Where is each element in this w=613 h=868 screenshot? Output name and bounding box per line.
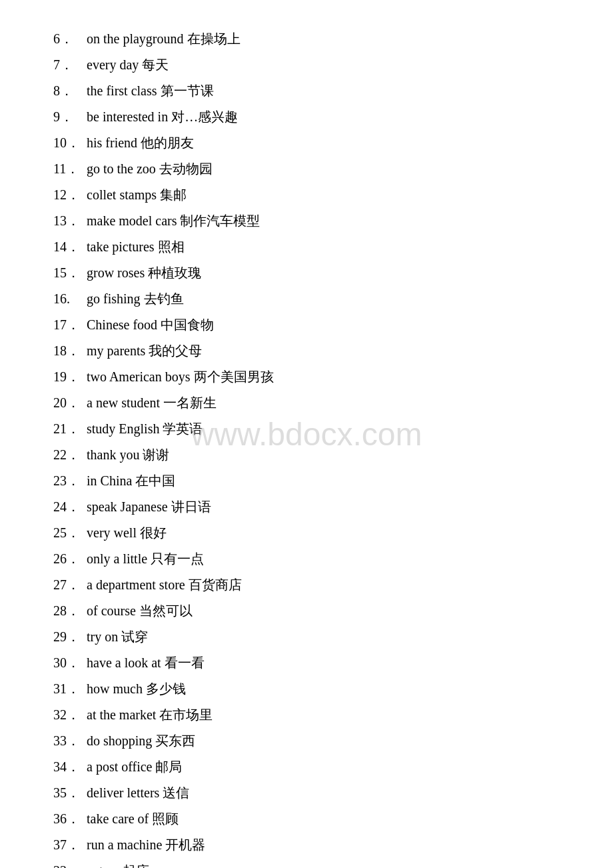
item-text: a department store 百货商店 (87, 573, 573, 597)
list-item: 36．take care of 照顾 (53, 807, 573, 831)
list-item: 21．study English 学英语 (53, 417, 573, 441)
item-text: be interested in 对…感兴趣 (87, 105, 573, 129)
list-item: 22．thank you 谢谢 (53, 443, 573, 467)
item-number: 15． (53, 261, 87, 285)
list-item: 6．on the playground 在操场上 (53, 27, 573, 51)
item-number: 29． (53, 625, 87, 649)
list-item: 10．his friend 他的朋友 (53, 131, 573, 155)
list-item: 17．Chinese food 中国食物 (53, 313, 573, 337)
list-item: 16.go fishing 去钓鱼 (53, 287, 573, 311)
item-number: 36． (53, 807, 87, 831)
item-text: on the playground 在操场上 (87, 27, 573, 51)
list-item: 35．deliver letters 送信 (53, 781, 573, 805)
list-item: 33．do shopping 买东西 (53, 729, 573, 753)
item-text: the first class 第一节课 (87, 79, 573, 103)
item-text: do shopping 买东西 (87, 729, 573, 753)
item-number: 20． (53, 391, 87, 415)
item-text: only a little 只有一点 (87, 547, 573, 571)
list-item: 28．of course 当然可以 (53, 599, 573, 623)
item-text: at the market 在市场里 (87, 703, 573, 727)
item-text: study English 学英语 (87, 417, 573, 441)
item-text: his friend 他的朋友 (87, 131, 573, 155)
item-text: deliver letters 送信 (87, 781, 573, 805)
item-text: in China 在中国 (87, 469, 573, 493)
list-item: 30．have a look at 看一看 (53, 651, 573, 675)
list-item: 32．at the market 在市场里 (53, 703, 573, 727)
item-text: thank you 谢谢 (87, 443, 573, 467)
item-number: 28． (53, 599, 87, 623)
item-text: a new student 一名新生 (87, 391, 573, 415)
item-number: 23． (53, 469, 87, 493)
list-item: 34．a post office 邮局 (53, 755, 573, 779)
item-number: 32． (53, 703, 87, 727)
item-text: go fishing 去钓鱼 (87, 287, 573, 311)
item-number: 8． (53, 79, 87, 103)
item-number: 31． (53, 677, 87, 701)
item-number: 33． (53, 859, 87, 868)
item-number: 17． (53, 313, 87, 337)
item-text: get up 起床 (87, 859, 573, 868)
list-item: 9．be interested in 对…感兴趣 (53, 105, 573, 129)
item-text: make model cars 制作汽车模型 (87, 209, 573, 233)
item-number: 7． (53, 53, 87, 77)
item-text: take care of 照顾 (87, 807, 573, 831)
item-number: 34． (53, 755, 87, 779)
list-item: 12．collet stamps 集邮 (53, 183, 573, 207)
vocabulary-list: 6．on the playground 在操场上7．every day 每天8．… (53, 27, 573, 868)
list-item: 31．how much 多少钱 (53, 677, 573, 701)
item-number: 18． (53, 339, 87, 363)
item-text: have a look at 看一看 (87, 651, 573, 675)
item-number: 16. (53, 287, 87, 311)
item-number: 22． (53, 443, 87, 467)
item-number: 33． (53, 729, 87, 753)
list-item: 20．a new student 一名新生 (53, 391, 573, 415)
item-number: 24． (53, 495, 87, 519)
item-text: grow roses 种植玫瑰 (87, 261, 573, 285)
list-item: 7．every day 每天 (53, 53, 573, 77)
item-text: collet stamps 集邮 (87, 183, 573, 207)
item-text: of course 当然可以 (87, 599, 573, 623)
list-item: 15．grow roses 种植玫瑰 (53, 261, 573, 285)
item-number: 30． (53, 651, 87, 675)
item-text: two American boys 两个美国男孩 (87, 365, 573, 389)
item-number: 13． (53, 209, 87, 233)
list-item: 29．try on 试穿 (53, 625, 573, 649)
item-text: Chinese food 中国食物 (87, 313, 573, 337)
item-number: 26． (53, 547, 87, 571)
list-item: 23．in China 在中国 (53, 469, 573, 493)
item-number: 10． (53, 131, 87, 155)
item-number: 9． (53, 105, 87, 129)
list-item: 8．the first class 第一节课 (53, 79, 573, 103)
list-item: 18．my parents 我的父母 (53, 339, 573, 363)
item-text: go to the zoo 去动物园 (87, 157, 573, 181)
list-item: 19．two American boys 两个美国男孩 (53, 365, 573, 389)
list-item: 26．only a little 只有一点 (53, 547, 573, 571)
item-text: take pictures 照相 (87, 235, 573, 259)
item-number: 12． (53, 183, 87, 207)
item-text: run a machine 开机器 (87, 833, 573, 857)
list-item: 24．speak Japanese 讲日语 (53, 495, 573, 519)
item-text: speak Japanese 讲日语 (87, 495, 573, 519)
list-item: 37．run a machine 开机器 (53, 833, 573, 857)
item-number: 35． (53, 781, 87, 805)
item-number: 21． (53, 417, 87, 441)
item-number: 27． (53, 573, 87, 597)
item-number: 6． (53, 27, 87, 51)
list-item: 25．very well 很好 (53, 521, 573, 545)
item-number: 37． (53, 833, 87, 857)
item-text: my parents 我的父母 (87, 339, 573, 363)
item-text: every day 每天 (87, 53, 573, 77)
list-item: 11．go to the zoo 去动物园 (53, 157, 573, 181)
item-text: very well 很好 (87, 521, 573, 545)
item-text: how much 多少钱 (87, 677, 573, 701)
item-number: 14． (53, 235, 87, 259)
item-number: 19． (53, 365, 87, 389)
list-item: 14．take pictures 照相 (53, 235, 573, 259)
list-item: 13．make model cars 制作汽车模型 (53, 209, 573, 233)
list-item: 33．get up 起床 (53, 859, 573, 868)
item-text: a post office 邮局 (87, 755, 573, 779)
item-number: 11． (53, 157, 87, 181)
list-item: 27．a department store 百货商店 (53, 573, 573, 597)
item-text: try on 试穿 (87, 625, 573, 649)
item-number: 25． (53, 521, 87, 545)
